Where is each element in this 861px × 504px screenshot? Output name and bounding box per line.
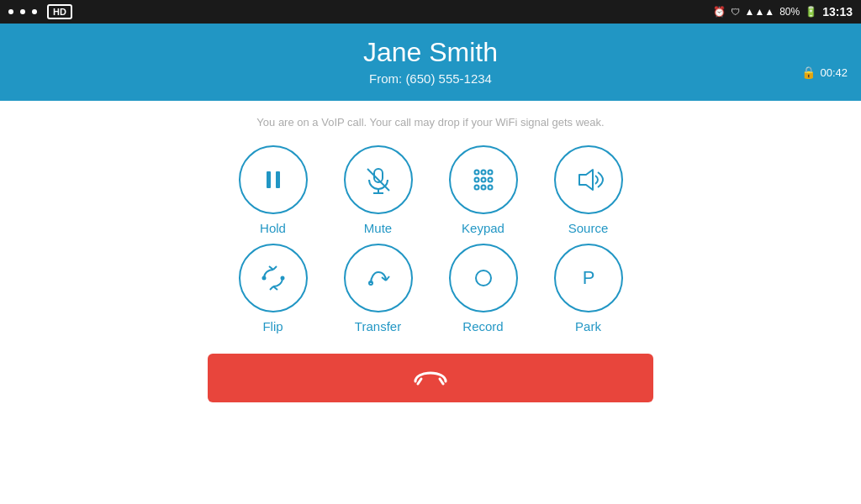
mute-button[interactable] (344, 145, 413, 214)
record-icon (467, 262, 499, 294)
transfer-label: Transfer (355, 319, 401, 333)
pause-icon (258, 165, 288, 195)
status-right: ⏰ 🛡 ▲▲▲ 80% 🔋 13:13 (713, 5, 853, 18)
svg-point-8 (488, 171, 492, 175)
svg-point-16 (262, 277, 265, 280)
status-dot-1 (8, 9, 13, 14)
svg-line-5 (367, 169, 389, 191)
status-bar: HD ⏰ 🛡 ▲▲▲ 80% 🔋 13:13 (0, 0, 861, 24)
keypad-label: Keypad (462, 221, 504, 235)
hold-label: Hold (260, 221, 286, 235)
svg-point-9 (474, 178, 478, 182)
mic-off-icon (363, 165, 394, 195)
svg-line-22 (440, 379, 443, 384)
voip-warning: You are on a VoIP call. Your call may dr… (256, 101, 604, 137)
keypad-button[interactable] (449, 145, 518, 214)
record-button[interactable] (449, 244, 518, 312)
end-call-icon (414, 368, 447, 388)
flip-button-wrapper[interactable]: Flip (229, 244, 317, 333)
svg-line-21 (418, 379, 421, 384)
main-content: You are on a VoIP call. Your call may dr… (0, 101, 861, 504)
button-grid: Hold Mute (229, 145, 632, 333)
speaker-icon (573, 164, 605, 196)
svg-point-13 (481, 186, 485, 190)
page-wrap: Jane Smith From: (650) 555-1234 🔒 00:42 … (0, 24, 861, 504)
end-call-button[interactable] (208, 354, 653, 402)
flip-icon (257, 262, 289, 294)
svg-point-6 (474, 171, 478, 175)
svg-point-7 (481, 171, 485, 175)
mute-button-wrapper[interactable]: Mute (334, 145, 422, 235)
record-label: Record (462, 319, 503, 333)
svg-rect-0 (267, 171, 271, 188)
keypad-button-wrapper[interactable]: Keypad (439, 145, 527, 235)
svg-point-14 (488, 186, 492, 190)
svg-point-12 (474, 186, 478, 190)
battery-icon: 🔋 (805, 6, 817, 18)
status-left: HD (8, 4, 72, 19)
svg-point-11 (488, 178, 492, 182)
caller-name: Jane Smith (0, 37, 861, 68)
source-label: Source (568, 221, 609, 235)
flip-label: Flip (262, 319, 283, 333)
call-timer-display: 00:42 (820, 66, 848, 79)
mute-label: Mute (364, 221, 392, 235)
svg-point-10 (481, 178, 485, 182)
source-button[interactable] (554, 145, 623, 214)
svg-marker-15 (579, 170, 593, 190)
call-header: Jane Smith From: (650) 555-1234 (0, 24, 861, 101)
park-label: Park (575, 319, 601, 333)
svg-text:P: P (582, 267, 594, 288)
transfer-button-wrapper[interactable]: Transfer (334, 244, 422, 333)
park-button[interactable]: P (554, 244, 623, 312)
svg-rect-1 (276, 171, 280, 188)
record-button-wrapper[interactable]: Record (439, 244, 527, 333)
svg-point-17 (281, 277, 283, 280)
alarm-icon: ⏰ (713, 6, 726, 18)
clock-display: 13:13 (822, 5, 853, 18)
flip-button[interactable] (239, 244, 308, 312)
park-button-wrapper[interactable]: P Park (544, 244, 632, 333)
park-icon: P (573, 262, 605, 294)
transfer-icon (362, 262, 394, 294)
svg-point-19 (476, 270, 491, 286)
call-timer: 🔒 00:42 (801, 66, 848, 79)
source-button-wrapper[interactable]: Source (544, 145, 632, 235)
shield-icon: 🛡 (731, 7, 740, 17)
hd-badge: HD (47, 4, 72, 19)
hold-button-wrapper[interactable]: Hold (229, 145, 317, 235)
status-dot-2 (20, 9, 25, 14)
caller-number: From: (650) 555-1234 (0, 71, 861, 86)
hold-button[interactable] (239, 145, 308, 214)
transfer-button[interactable] (344, 244, 413, 312)
signal-icon: ▲▲▲ (745, 6, 775, 18)
status-dot-3 (32, 9, 37, 14)
lock-icon: 🔒 (801, 66, 816, 79)
battery-level: 80% (779, 6, 800, 18)
keypad-icon (467, 164, 499, 196)
